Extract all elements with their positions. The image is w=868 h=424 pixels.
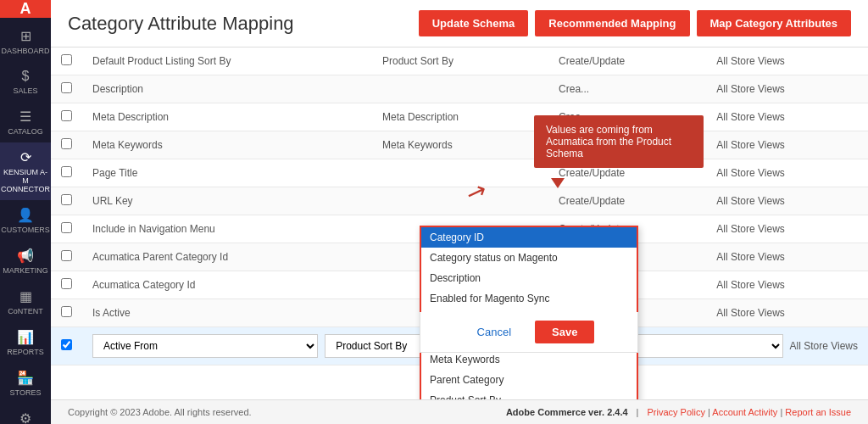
sidebar-logo[interactable]: A	[0, 0, 51, 18]
dropdown-option[interactable]: Enabled for Magento Sync	[421, 288, 637, 309]
row-checkbox[interactable]	[61, 138, 72, 149]
page-header: Category Attribute Mapping Update Schema…	[51, 0, 868, 47]
row-checkbox[interactable]	[61, 54, 72, 65]
page-footer: Copyright © 2023 Adobe. All rights reser…	[51, 399, 868, 424]
save-button[interactable]: Save	[535, 321, 594, 343]
row-checkbox[interactable]	[61, 110, 72, 121]
row-scope: All Store Views	[706, 215, 868, 243]
row-checkbox-cell	[51, 131, 82, 159]
table-row: Description Crea... All Store Views	[51, 75, 868, 103]
sidebar-item-reports[interactable]: 📊 REPORTS	[0, 322, 51, 363]
sidebar-item-label: CATALOG	[8, 127, 43, 136]
catalog-icon: ☰	[19, 109, 31, 125]
dropdown-option[interactable]: Category status on Magento	[421, 248, 637, 268]
row-label: Description	[82, 75, 372, 103]
sidebar-item-customers[interactable]: 👤 CUSTOMERS	[0, 200, 51, 241]
table-row: Default Product Listing Sort By Product …	[51, 47, 868, 75]
sidebar-item-marketing[interactable]: 📢 MARKETING	[0, 241, 51, 282]
reports-icon: 📊	[17, 329, 34, 345]
footer-links: Privacy Policy | Account Activity | Repo…	[647, 407, 851, 417]
system-icon: ⚙	[19, 410, 31, 424]
action-bar: Cancel Save	[420, 312, 638, 353]
dropdown-option[interactable]: Description	[421, 268, 637, 288]
row-checkbox-cell	[51, 215, 82, 243]
row-scope: All Store Views	[706, 187, 868, 215]
content-area: Default Product Listing Sort By Product …	[51, 47, 868, 399]
adobe-commerce-label: Adobe Commerce ver. 2.4.4	[506, 407, 628, 417]
sidebar-item-label: CoNTENT	[8, 307, 43, 315]
sidebar-item-dashboard[interactable]: ⊞ DASHBOARD	[0, 21, 51, 62]
row-checkbox[interactable]	[61, 194, 72, 205]
row-checkbox-cell	[51, 243, 82, 271]
table-row: Meta Keywords Meta Keywords Create/Updat…	[51, 131, 868, 159]
dashboard-icon: ⊞	[20, 28, 31, 44]
row-label: Meta Description	[82, 103, 372, 131]
content-icon: ▦	[19, 288, 32, 304]
row-checkbox[interactable]	[61, 306, 72, 317]
update-schema-button[interactable]: Update Schema	[419, 10, 529, 36]
sidebar-item-label: REPORTS	[7, 348, 43, 356]
row-label: Default Product Listing Sort By	[82, 47, 372, 75]
sidebar-item-stores[interactable]: 🏪 STORES	[0, 363, 51, 404]
row-label: Is Active	[82, 299, 372, 327]
sidebar-item-label: CUSTOMERS	[1, 226, 49, 234]
row-checkbox[interactable]	[61, 222, 72, 233]
recommended-mapping-button[interactable]: Recommended Mapping	[535, 10, 689, 36]
row-mapped	[372, 159, 548, 187]
dropdown-option[interactable]: Product Sort By	[421, 390, 637, 399]
customers-icon: 👤	[17, 207, 34, 223]
account-activity-link[interactable]: Account Activity	[712, 407, 777, 417]
copyright-text: Copyright © 2023 Adobe. All rights reser…	[68, 407, 252, 417]
active-row-checkbox-cell	[51, 327, 82, 365]
privacy-policy-link[interactable]: Privacy Policy	[647, 407, 704, 417]
sales-icon: $	[22, 69, 30, 84]
report-issue-link[interactable]: Report an Issue	[785, 407, 851, 417]
row-scope: All Store Views	[706, 103, 868, 131]
row-checkbox-cell	[51, 271, 82, 299]
dropdown-option[interactable]: Parent Category	[421, 370, 637, 390]
row-checkbox[interactable]	[61, 278, 72, 289]
active-row-checkbox[interactable]	[61, 339, 72, 350]
row-label: Meta Keywords	[82, 131, 372, 159]
sidebar-item-label: DASHBOARD	[2, 47, 50, 55]
row-scope: All Store Views	[706, 75, 868, 103]
row-mapped	[372, 75, 548, 103]
table-row: Meta Description Meta Description Crea..…	[51, 103, 868, 131]
row-action: Create/Update	[548, 159, 706, 187]
dropdown-option[interactable]: Category ID	[421, 227, 637, 248]
active-from-select[interactable]: Active From	[92, 334, 318, 358]
table-row: Page Title Create/Update All Store Views	[51, 159, 868, 187]
row-scope: All Store Views	[706, 131, 868, 159]
sidebar-item-label: SALES	[13, 86, 37, 95]
row-action: Crea...	[548, 75, 706, 103]
row-scope: All Store Views	[706, 299, 868, 327]
cancel-button[interactable]: Cancel	[464, 321, 525, 343]
sidebar-item-content[interactable]: ▦ CoNTENT	[0, 282, 51, 322]
row-scope-label: All Store Views	[790, 340, 858, 352]
row-checkbox[interactable]	[61, 250, 72, 261]
sidebar-item-label: MARKETING	[3, 266, 48, 275]
row-label: Acumatica Category Id	[82, 271, 372, 299]
sidebar-item-kensium[interactable]: ⟳ KENSIUM A-M CONNECTOR	[0, 142, 51, 200]
row-scope: All Store Views	[706, 243, 868, 271]
row-checkbox-cell	[51, 299, 82, 327]
sidebar-item-system[interactable]: ⚙ SYSTEM	[0, 404, 51, 424]
row-label: Include in Navigation Menu	[82, 215, 372, 243]
row-label: Page Title	[82, 159, 372, 187]
sidebar: A ⊞ DASHBOARD $ SALES ☰ CATALOG ⟳ KENSIU…	[0, 0, 51, 424]
row-checkbox-cell	[51, 103, 82, 131]
stores-icon: 🏪	[17, 370, 34, 386]
header-buttons: Update Schema Recommended Mapping Map Ca…	[419, 10, 851, 36]
row-scope: All Store Views	[706, 159, 868, 187]
row-checkbox[interactable]	[61, 166, 72, 177]
sidebar-item-label: STORES	[10, 388, 42, 397]
row-checkbox-cell	[51, 159, 82, 187]
row-mapped	[372, 187, 548, 215]
map-category-attributes-button[interactable]: Map Category Attributes	[697, 10, 851, 36]
row-checkbox[interactable]	[61, 82, 72, 93]
sidebar-item-sales[interactable]: $ SALES	[0, 62, 51, 102]
row-checkbox-cell	[51, 47, 82, 75]
sidebar-item-catalog[interactable]: ☰ CATALOG	[0, 102, 51, 142]
row-mapped: Meta Keywords	[372, 131, 548, 159]
row-label: Acumatica Parent Category Id	[82, 243, 372, 271]
